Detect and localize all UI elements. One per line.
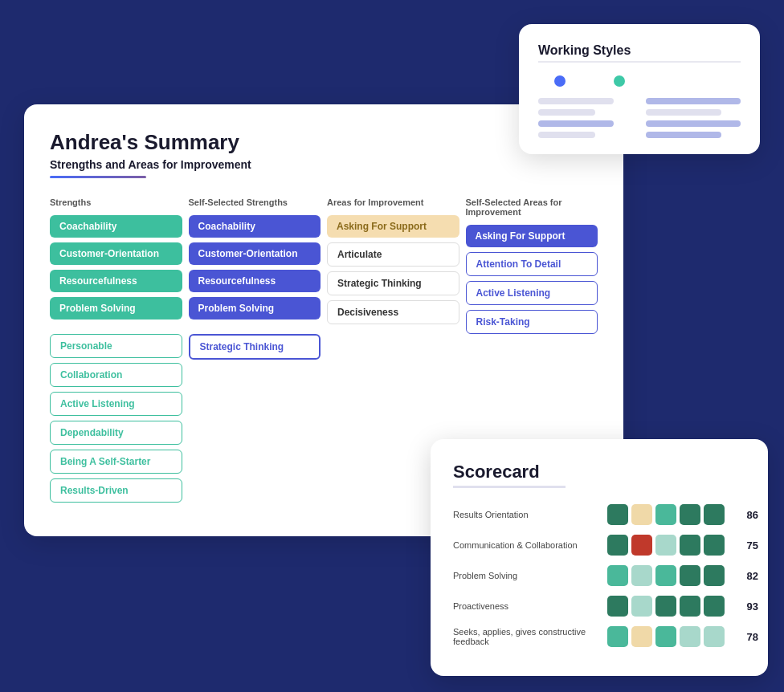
ws-divider [538, 61, 741, 63]
sc-score-problem-solving: 82 [734, 570, 758, 582]
ws-line [538, 109, 595, 116]
tag-active-listening: Active Listening [50, 392, 182, 416]
ws-dots [538, 75, 741, 87]
sq [607, 565, 628, 586]
imp-decisiveness: Decisiveness [327, 300, 459, 324]
ws-line [538, 120, 614, 127]
ws-line [646, 98, 741, 104]
sc-squares-communication [607, 535, 725, 556]
sc-score-feedback: 78 [734, 631, 758, 643]
sq [704, 626, 725, 647]
sc-label-communication: Communication & Collaboration [453, 540, 598, 550]
sc-score-proactiveness: 93 [734, 600, 758, 613]
ws-line [646, 132, 721, 138]
ss-customer-orientation: Customer-Orientation [189, 242, 321, 265]
si-asking-support: Asking For Support [466, 225, 598, 247]
ws-line [538, 132, 595, 138]
sq [607, 596, 628, 617]
tag-customer-orientation: Customer-Orientation [50, 242, 182, 265]
sc-row-communication: Communication & Collaboration 75 [453, 535, 745, 556]
sc-squares-results [607, 504, 725, 525]
scorecard-title: Scorecard [453, 462, 745, 482]
tag-resourcefulness: Resourcefulness [50, 270, 182, 292]
ss-problem-solving: Problem Solving [189, 297, 321, 320]
sc-row-results: Results Orientation 86 [453, 504, 745, 525]
sq [704, 504, 725, 525]
improvements-header: Areas for Improvement [327, 197, 459, 207]
sq [704, 596, 725, 617]
sq [607, 626, 628, 647]
sc-row-feedback: Seeks, applies, gives constructive feedb… [453, 626, 745, 647]
sq [631, 535, 652, 556]
sc-score-results: 86 [734, 509, 758, 521]
self-strengths-column: Self-Selected Strengths Coachability Cus… [189, 197, 321, 507]
si-attention-detail: Attention To Detail [466, 252, 598, 276]
sq [680, 504, 700, 525]
sc-label-feedback: Seeks, applies, gives constructive feedb… [453, 627, 598, 646]
sc-squares-feedback [607, 626, 725, 647]
sc-divider [453, 486, 566, 488]
sq [680, 596, 700, 617]
sq [655, 596, 676, 617]
sc-score-communication: 75 [734, 539, 758, 552]
ws-dot-green [614, 75, 625, 87]
scorecard-card: Scorecard Results Orientation 86 Communi… [431, 439, 768, 676]
ws-col-left [538, 98, 633, 138]
ss-resourcefulness: Resourcefulness [189, 270, 321, 292]
tag-coachability: Coachability [50, 215, 182, 238]
imp-asking-support: Asking For Support [327, 215, 459, 238]
summary-title: Andrea's Summary [50, 130, 598, 155]
tag-results-driven: Results-Driven [50, 478, 182, 503]
sq [655, 504, 676, 525]
sc-squares-proactiveness [607, 596, 725, 617]
ss-coachability: Coachability [189, 215, 321, 238]
sq [631, 596, 652, 617]
self-improvements-header: Self-Selected Areas for Improvement [466, 197, 598, 217]
sq [704, 535, 725, 556]
ws-line [646, 120, 741, 127]
ws-lines-container [538, 98, 741, 138]
tag-dependability: Dependability [50, 421, 182, 445]
ws-col-right [646, 98, 741, 138]
sq [631, 504, 652, 525]
sq [704, 565, 725, 586]
sq [655, 565, 676, 586]
sq [631, 626, 652, 647]
sq [655, 535, 676, 556]
tag-problem-solving: Problem Solving [50, 297, 182, 320]
sc-label-proactiveness: Proactiveness [453, 601, 598, 611]
strengths-column: Strengths Coachability Customer-Orientat… [50, 197, 182, 507]
sq [631, 565, 652, 586]
tag-personable: Personable [50, 334, 182, 358]
sc-row-proactiveness: Proactiveness 93 [453, 596, 745, 617]
sq [607, 535, 628, 556]
working-styles-title: Working Styles [538, 43, 741, 58]
si-active-listening: Active Listening [466, 281, 598, 305]
self-strengths-header: Self-Selected Strengths [189, 197, 321, 207]
summary-divider [50, 176, 146, 178]
sc-label-results: Results Orientation [453, 510, 598, 519]
ss-strategic-thinking: Strategic Thinking [189, 334, 321, 360]
strengths-header: Strengths [50, 197, 182, 207]
imp-strategic-thinking: Strategic Thinking [327, 271, 459, 295]
tag-self-starter: Being A Self-Starter [50, 450, 182, 474]
sq [655, 626, 676, 647]
working-styles-card: Working Styles [519, 24, 760, 154]
ws-line [538, 98, 614, 104]
summary-subtitle: Strengths and Areas for Improvement [50, 158, 598, 171]
sq [680, 626, 700, 647]
ws-line [646, 109, 721, 116]
sc-row-problem-solving: Problem Solving 82 [453, 565, 745, 586]
ws-dot-blue [554, 75, 566, 87]
sc-squares-problem-solving [607, 565, 725, 586]
sq [607, 504, 628, 525]
sc-label-problem-solving: Problem Solving [453, 571, 598, 580]
sq [680, 565, 700, 586]
si-risk-taking: Risk-Taking [466, 310, 598, 334]
imp-articulate: Articulate [327, 242, 459, 267]
tag-collaboration: Collaboration [50, 363, 182, 387]
sq [680, 535, 700, 556]
